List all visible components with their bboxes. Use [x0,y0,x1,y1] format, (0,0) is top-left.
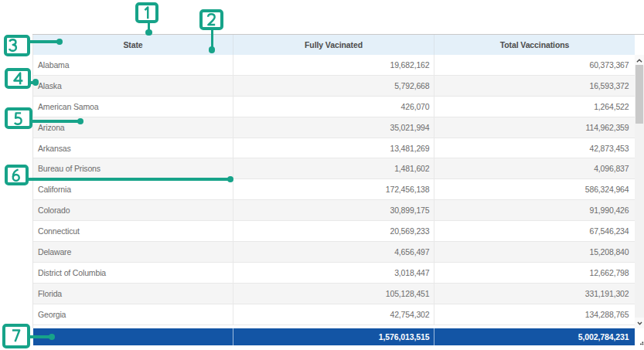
column-header-state-label: State [123,40,142,49]
marker-1-box: 1 [135,2,158,24]
table-row-district-of-columbia[interactable]: District of Columbia3,018,44712,662,798 [33,263,635,284]
column-header-fully-vaccinated[interactable]: Fully Vacinated [233,35,434,55]
table-visual: State Fully Vacinated Total Vaccinations… [0,0,644,350]
table-body: Alabama19,682,16260,373,367Alaska5,792,6… [33,55,635,325]
cell-total-vaccinations: 1,264,522 [434,97,635,117]
cell-fully-vaccinated: 30,899,175 [233,200,434,221]
table-row-alabama[interactable]: Alabama19,682,16260,373,367 [33,55,635,76]
total-total-vaccinations-cell: 5,002,784,231 [434,328,635,345]
cell-total-vaccinations: 331,191,302 [434,284,635,304]
cell-state: Alaska [33,76,233,97]
cell-state: California [33,179,233,200]
cell-total-vaccinations: 16,593,372 [434,76,635,97]
cell-state: Bureau of Prisons [33,158,233,179]
cell-fully-vaccinated: 19,682,162 [233,55,434,76]
cell-fully-vaccinated: 35,021,994 [233,117,434,138]
table-total-row: 1,576,013,515 5,002,784,231 [33,328,635,345]
total-state-cell [33,328,233,345]
digit-1-icon [142,6,152,19]
cell-total-vaccinations: 586,324,964 [434,179,635,200]
cell-state: Colorado [33,200,233,221]
cell-fully-vaccinated: 20,569,233 [233,221,434,242]
scrollbar-thumb[interactable] [635,65,643,124]
marker-4-box: 4 [5,68,32,90]
column-header-total-vaccinations-label: Total Vaccinations [500,40,570,49]
marker-3-box: 3 [4,35,30,56]
column-header-fully-vaccinated-label: Fully Vacinated [305,40,363,49]
cell-total-vaccinations: 15,208,840 [434,242,635,263]
resize-grip-icon[interactable] [639,341,644,347]
cell-fully-vaccinated: 105,128,451 [233,284,434,304]
cell-fully-vaccinated: 172,456,138 [233,179,434,200]
marker-3-stem [29,40,60,43]
cell-total-vaccinations: 42,873,453 [434,138,635,159]
column-header-state[interactable]: State [33,35,233,55]
cell-state: Arkansas [33,138,233,159]
total-fully-vaccinated-cell: 1,576,013,515 [233,328,434,345]
marker-4-dot [32,79,39,85]
cell-total-vaccinations: 12,662,798 [434,263,635,284]
column-header-total-vaccinations[interactable]: Total Vaccinations [434,35,635,55]
vertical-scrollbar[interactable] [635,55,644,328]
cell-fully-vaccinated: 3,018,447 [233,263,434,284]
marker-6-box: 6 [5,165,29,185]
table-row-arizona[interactable]: Arizona35,021,994114,962,359 [33,117,635,138]
cell-state: Connecticut [33,221,233,242]
cell-total-vaccinations: 67,546,234 [434,221,635,242]
cell-fully-vaccinated: 5,792,668 [233,76,434,97]
cell-state: Georgia [33,304,233,325]
digit-6-icon [11,168,21,182]
total-total-vaccinations-value: 5,002,784,231 [578,332,629,342]
marker-6-stem [28,178,230,181]
cell-fully-vaccinated: 1,481,602 [233,158,434,179]
scroll-up-button[interactable] [635,55,644,66]
total-fully-vaccinated-value: 1,576,013,515 [379,332,430,342]
table-row-florida[interactable]: Florida105,128,451331,191,302 [33,284,635,304]
cell-fully-vaccinated: 13,481,269 [233,138,434,159]
marker-5-stem [31,120,81,123]
digit-4-icon [13,72,23,85]
cell-state: District of Columbia [33,263,233,284]
cell-total-vaccinations: 4,096,837 [434,158,635,179]
table-header-row: State Fully Vacinated Total Vaccinations [33,35,635,55]
table-row-georgia[interactable]: Georgia42,754,302134,288,765 [33,304,635,325]
cell-total-vaccinations: 91,990,426 [434,200,635,221]
table-row-connecticut[interactable]: Connecticut20,569,23367,546,234 [33,221,635,242]
cell-total-vaccinations: 114,962,359 [434,117,635,138]
marker-7-box: 7 [2,324,29,348]
cell-state: Alabama [33,55,233,76]
table-row-arkansas[interactable]: Arkansas13,481,26942,873,453 [33,138,635,159]
table-row-american-samoa[interactable]: American Samoa426,0701,264,522 [33,97,635,117]
marker-1-dot [145,29,152,36]
marker-5-box: 5 [5,107,32,129]
table-row-colorado[interactable]: Colorado30,899,17591,990,426 [33,200,635,221]
cell-total-vaccinations: 134,288,765 [434,304,635,325]
chevron-up-icon [636,59,642,63]
table-row-delaware[interactable]: Delaware4,656,49715,208,840 [33,242,635,263]
table-row-california[interactable]: California172,456,138586,324,964 [33,179,635,200]
table-row-alaska[interactable]: Alaska5,792,66816,593,372 [33,76,635,97]
cell-state: Delaware [33,242,233,263]
scroll-down-button[interactable] [635,318,644,328]
marker-2-box: 2 [199,9,223,30]
table-row-bureau-of-prisons[interactable]: Bureau of Prisons1,481,6024,096,837 [33,158,635,179]
cell-fully-vaccinated: 42,754,302 [233,304,434,325]
cell-fully-vaccinated: 4,656,497 [233,242,434,263]
chevron-down-icon [637,321,642,325]
cell-state: Florida [33,284,233,304]
cell-total-vaccinations: 60,373,367 [434,55,635,76]
cell-state: American Samoa [33,97,233,117]
cell-fully-vaccinated: 426,070 [233,97,434,117]
